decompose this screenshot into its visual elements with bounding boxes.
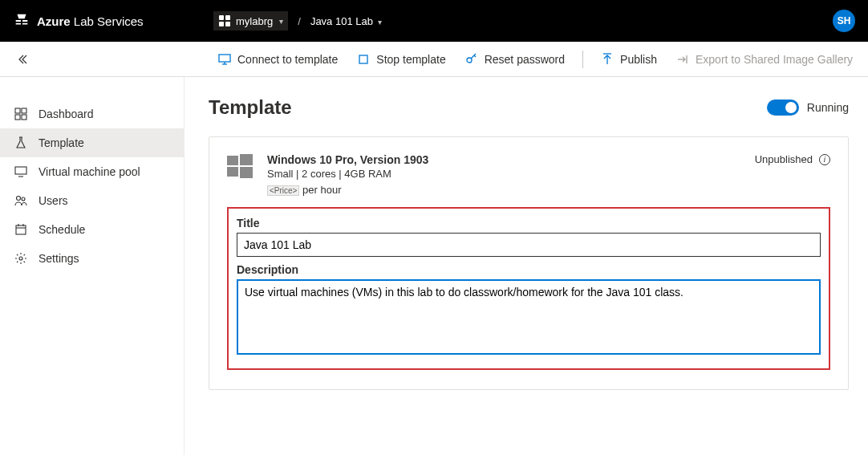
reset-password-button[interactable]: Reset password (457, 48, 573, 71)
breadcrumb-lab[interactable]: Java 101 Lab ▾ (310, 15, 382, 27)
svg-rect-31 (240, 167, 253, 178)
brand-text: Azure Lab Services (37, 14, 144, 28)
svg-line-10 (474, 55, 476, 57)
os-title: Windows 10 Pro, Version 1903 (267, 153, 428, 166)
running-toggle[interactable] (767, 100, 799, 116)
price-chip: <Price> (267, 185, 299, 196)
svg-rect-15 (15, 108, 20, 113)
stop-template-button[interactable]: Stop template (349, 48, 453, 71)
sidebar-item-label: Virtual machine pool (39, 165, 140, 178)
svg-rect-30 (227, 167, 238, 177)
svg-point-22 (22, 197, 25, 201)
gear-icon (14, 252, 29, 265)
monitor-icon (14, 165, 29, 178)
sidebar-item-users[interactable]: Users (0, 186, 184, 215)
export-to-shared-image-gallery-button: Export to Shared Image Gallery (668, 48, 861, 71)
title-label: Title (237, 217, 821, 230)
dashboard-icon (14, 108, 29, 120)
calendar-icon (14, 223, 29, 236)
sidebar-item-template[interactable]: Template (0, 128, 184, 157)
svg-point-27 (19, 257, 22, 260)
svg-rect-4 (219, 55, 230, 62)
sidebar-item-label: Dashboard (39, 108, 94, 120)
sidebar: Dashboard Template Virtual machine pool … (0, 77, 185, 455)
export-icon (676, 53, 689, 66)
description-input[interactable] (237, 279, 821, 355)
svg-point-21 (17, 197, 21, 201)
top-bar: Azure Lab Services mylabrg ▾ / Java 101 … (0, 0, 868, 42)
action-separator (582, 51, 583, 68)
publish-button[interactable]: Publish (593, 48, 665, 71)
layout: Dashboard Template Virtual machine pool … (0, 77, 868, 455)
flask-icon (14, 136, 29, 149)
sidebar-item-label: Schedule (39, 223, 85, 236)
card-header: Windows 10 Pro, Version 1903 Small | 2 c… (227, 153, 830, 197)
svg-rect-18 (22, 115, 26, 120)
svg-rect-29 (240, 154, 253, 165)
resource-group-icon (218, 14, 231, 27)
running-toggle-group: Running (767, 100, 849, 116)
highlighted-form: Title Description (227, 207, 830, 370)
svg-rect-19 (15, 167, 26, 174)
sidebar-item-vm-pool[interactable]: Virtual machine pool (0, 157, 184, 186)
chevron-down-icon: ▾ (279, 17, 283, 26)
sidebar-item-settings[interactable]: Settings (0, 244, 184, 273)
sidebar-item-label: Template (39, 136, 84, 149)
stop-icon (357, 53, 370, 66)
upload-icon (601, 53, 614, 66)
breadcrumb-resource-group[interactable]: mylabrg ▾ (213, 11, 288, 30)
collapse-nav-icon[interactable] (16, 53, 29, 66)
main: Template Running Unpublished i Windows 1… (185, 77, 868, 455)
key-icon (465, 53, 478, 66)
action-bar: Connect to template Stop template Reset … (0, 42, 868, 77)
svg-rect-28 (227, 156, 238, 165)
sidebar-item-schedule[interactable]: Schedule (0, 215, 184, 244)
azure-lab-services-icon (13, 12, 30, 30)
chevron-down-icon: ▾ (378, 18, 382, 26)
svg-rect-2 (219, 22, 224, 26)
sidebar-item-label: Settings (39, 252, 79, 265)
svg-rect-1 (225, 15, 230, 20)
svg-rect-3 (225, 22, 230, 26)
svg-rect-16 (22, 108, 26, 113)
publish-status: Unpublished i (755, 153, 830, 165)
description-label: Description (237, 263, 821, 276)
breadcrumb-separator: / (294, 15, 304, 27)
page-header: Template Running (209, 96, 849, 119)
page-title: Template (209, 96, 292, 119)
os-meta: Windows 10 Pro, Version 1903 Small | 2 c… (267, 153, 428, 197)
avatar[interactable]: SH (833, 10, 855, 32)
sidebar-item-dashboard[interactable]: Dashboard (0, 100, 184, 128)
connect-to-template-button[interactable]: Connect to template (210, 48, 346, 71)
users-icon (14, 194, 29, 207)
template-card: Unpublished i Windows 10 Pro, Version 19… (209, 136, 849, 390)
sidebar-item-label: Users (39, 194, 68, 207)
os-spec: Small | 2 cores | 4GB RAM (267, 166, 428, 182)
svg-rect-17 (15, 115, 20, 120)
os-price: <Price> per hour (267, 182, 428, 198)
monitor-icon (218, 53, 231, 66)
svg-rect-0 (219, 15, 224, 20)
svg-rect-23 (16, 225, 26, 234)
breadcrumb: mylabrg ▾ / Java 101 Lab ▾ (213, 11, 382, 30)
title-input[interactable] (237, 233, 821, 257)
svg-rect-7 (359, 55, 367, 63)
info-icon[interactable]: i (819, 154, 830, 165)
windows-icon (227, 153, 253, 197)
brand[interactable]: Azure Lab Services (13, 12, 213, 30)
running-label: Running (807, 101, 849, 114)
